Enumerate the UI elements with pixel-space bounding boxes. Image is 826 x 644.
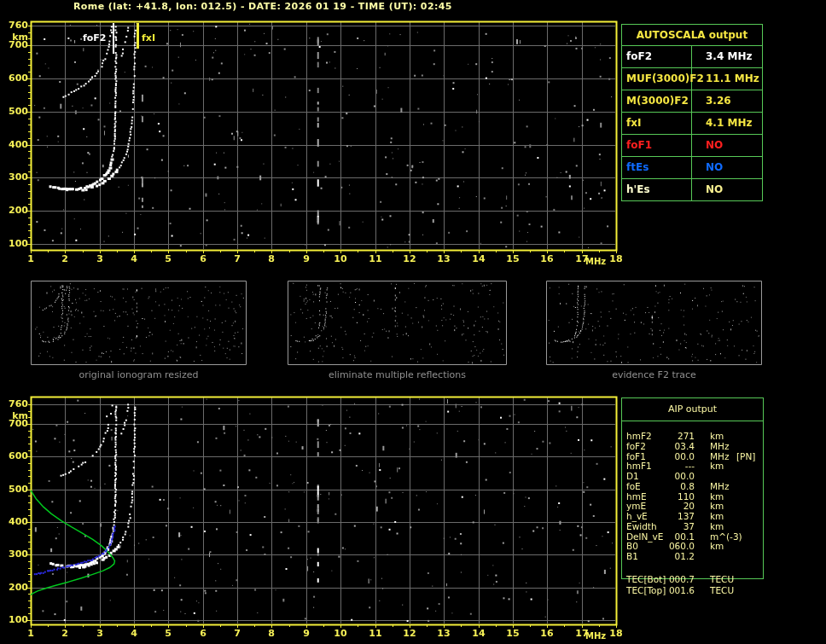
autoscala-row-value: 11.1 MHz (692, 68, 762, 90)
autoscala-row: ftEsNO (622, 156, 762, 178)
x-tick-label: 1 (21, 253, 40, 264)
aip-row: hmF2271km (622, 431, 763, 441)
aip-row-extra: [PN] (736, 451, 755, 461)
aip-row: foE0.8MHz (622, 481, 763, 491)
x-tick-label: 9 (297, 253, 316, 264)
autoscala-row-label: MUF(3000)F2 (622, 68, 692, 90)
autoscala-row-value: NO (692, 135, 762, 156)
x-tick-label: 2 (55, 253, 74, 264)
aip-row-unit: MHz (710, 441, 729, 451)
autoscala-row-value: NO (692, 157, 762, 178)
y-tick-label: 300 (2, 548, 28, 560)
x-tick-label: 1 (21, 628, 40, 639)
aip-row: foF100.0MHz[PN] (622, 451, 763, 461)
aip-row-unit: TECU (710, 574, 734, 584)
y-axis-unit-label: km (2, 32, 28, 43)
aip-row-unit: MHz (710, 451, 729, 461)
x-tick-label: 10 (331, 628, 350, 639)
aip-row-label: foF2 (626, 441, 646, 451)
autoscala-row-label: foF2 (622, 46, 692, 67)
x-tick-label: 5 (159, 253, 177, 264)
aip-row: D100.0 (622, 471, 763, 481)
aip-row-unit: km (710, 431, 724, 441)
aip-row-label: hmF1 (626, 461, 652, 471)
fxI-marker-label: fxI (142, 32, 155, 44)
autoscala-row: foF23.4 MHz (622, 46, 762, 67)
autoscala-row-value: 3.26 (692, 90, 762, 112)
y-tick-label: 500 (2, 484, 28, 495)
aip-row-unit: km (710, 541, 724, 551)
aip-row: B101.2 (622, 551, 763, 561)
aip-row: hmE110km (622, 491, 763, 502)
x-tick-label: 8 (262, 253, 281, 264)
x-tick-label: 7 (228, 253, 247, 264)
aip-row-label: foE (626, 481, 641, 491)
aip-row-value: 137 (652, 511, 695, 521)
foF2-marker-label: foF2 (83, 32, 107, 44)
aip-row-unit: MHz (710, 481, 729, 491)
y-tick-label: 500 (2, 106, 28, 117)
aip-row-label: D1 (626, 471, 639, 481)
aip-row: B0060.0km (622, 541, 763, 551)
aip-row-label: B1 (626, 551, 638, 561)
autoscala-row: MUF(3000)F211.1 MHz (622, 67, 762, 90)
y-tick-label: 100 (2, 238, 28, 249)
aip-row-value: 37 (652, 521, 695, 531)
aip-row-unit: km (710, 491, 724, 502)
autoscala-row-value: 4.1 MHz (692, 113, 762, 134)
autoscala-row-value: 3.4 MHz (692, 46, 762, 67)
aip-row-value: --- (652, 461, 695, 471)
x-tick-label: 16 (538, 253, 556, 264)
y-tick-label: 400 (2, 516, 28, 527)
aip-row-value: 271 (652, 431, 695, 441)
x-tick-label: 12 (400, 628, 419, 639)
aip-row: hmF1---km (622, 461, 763, 471)
x-tick-label: 7 (228, 628, 247, 639)
autoscala-row-value: NO (692, 179, 762, 200)
x-tick-label: 14 (469, 628, 488, 639)
x-tick-label: 3 (90, 253, 109, 264)
aip-row-unit: TECU (710, 585, 734, 595)
y-tick-label: 200 (2, 205, 28, 216)
y-tick-label: 600 (2, 73, 28, 84)
aip-row: Ewidth37km (622, 521, 763, 531)
aip-row-unit: m^(-3) (710, 531, 742, 542)
aip-row-label: ymE (626, 501, 646, 511)
y-tick-label: 400 (2, 139, 28, 150)
aip-row-value: 110 (652, 491, 695, 502)
aip-row-value: 000.7 (652, 574, 695, 584)
y-tick-label: 100 (2, 614, 28, 625)
x-tick-label: 16 (538, 628, 556, 639)
aip-row-label: foF1 (626, 451, 646, 461)
mini-panel-caption-original: original ionogram resized (31, 369, 247, 380)
y-tick-label: 300 (2, 171, 28, 183)
x-tick-label: 6 (194, 628, 212, 639)
aip-row-value: 001.6 (652, 585, 695, 595)
autoscala-row: h'EsNO (622, 178, 762, 200)
aip-row-value: 01.2 (652, 551, 695, 561)
x-tick-label: 11 (366, 628, 385, 639)
aip-row: foF203.4MHz (622, 441, 763, 451)
x-tick-label: 3 (90, 628, 109, 639)
mini-panel-caption-evidence: evidence F2 trace (546, 369, 762, 380)
aip-row-label: hmE (626, 491, 647, 502)
x-tick-label: 13 (434, 253, 453, 264)
x-tick-label: 15 (503, 253, 522, 264)
aip-row-value: 00.0 (652, 451, 695, 461)
aip-row-value: 03.4 (652, 441, 695, 451)
aip-row: DelN_vE00.1m^(-3) (622, 531, 763, 542)
aip-row-unit: km (710, 521, 724, 531)
autoscala-row-label: foF1 (622, 135, 692, 156)
y-tick-label: 600 (2, 450, 28, 461)
autoscala-row-label: ftEs (622, 157, 692, 178)
x-tick-label: 6 (194, 253, 212, 264)
autoscala-row-label: h'Es (622, 179, 692, 200)
aip-row-value: 00.0 (652, 471, 695, 481)
aip-row-label: B0 (626, 541, 638, 551)
aip-row-unit: km (710, 501, 724, 511)
autoscala-row: fxI4.1 MHz (622, 112, 762, 134)
x-tick-label: 10 (331, 253, 350, 264)
aip-row: ymE20km (622, 501, 763, 511)
aip-row-unit: km (710, 461, 724, 471)
aip-row-value: 0.8 (652, 481, 695, 491)
